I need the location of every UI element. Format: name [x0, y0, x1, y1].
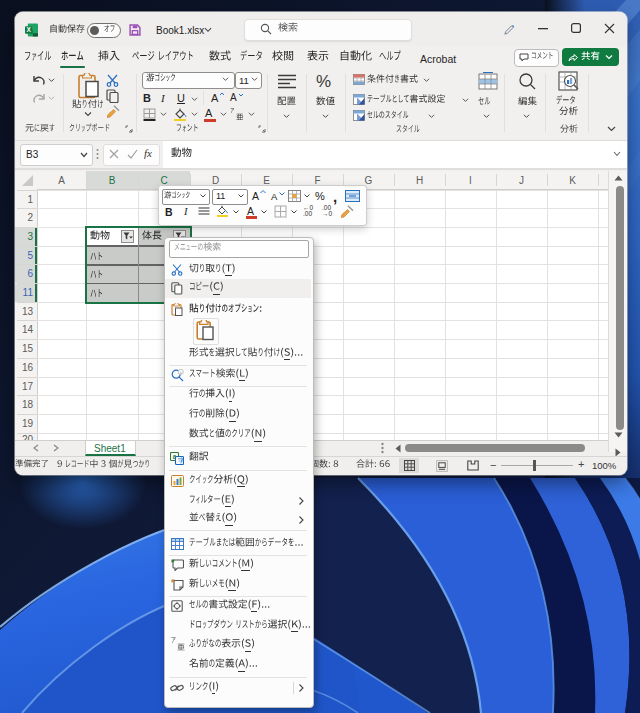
- svg-text:X: X: [27, 26, 32, 33]
